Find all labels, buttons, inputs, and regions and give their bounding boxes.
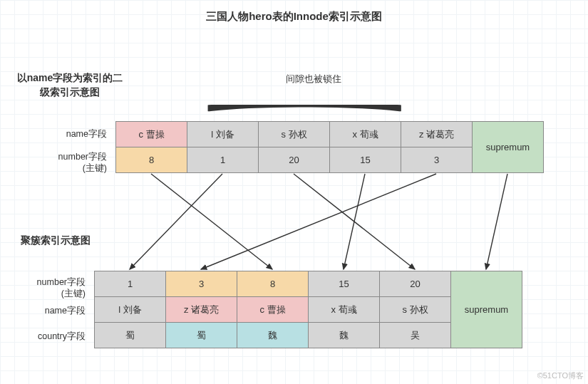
gap-lock-label: 间隙也被锁住 bbox=[214, 73, 413, 85]
brace-icon: ︻ bbox=[200, 90, 428, 118]
sec-row-label-number: number字段(主键) bbox=[21, 151, 107, 175]
svg-line-3 bbox=[344, 174, 365, 269]
clu-row-label-country: country字段 bbox=[0, 331, 86, 342]
clu-country-cell: 蜀 bbox=[166, 323, 237, 348]
sec-name-cell: l 刘备 bbox=[187, 122, 259, 147]
clu-row-label-number: number字段(主键) bbox=[0, 276, 86, 300]
sec-number-cell: 1 bbox=[187, 147, 259, 173]
clustered-index-table: 1381520supremuml 刘备z 诸葛亮c 曹操x 荀彧s 孙权蜀蜀魏魏… bbox=[94, 271, 522, 348]
sec-name-cell: c 曹操 bbox=[116, 122, 187, 147]
sec-number-cell: 15 bbox=[330, 147, 401, 173]
clu-number-cell: 1 bbox=[95, 271, 166, 297]
clu-number-cell: 15 bbox=[309, 271, 380, 297]
clu-name-cell: x 荀彧 bbox=[309, 297, 380, 323]
sec-name-cell: s 孙权 bbox=[259, 122, 330, 147]
secondary-index-heading: 以name字段为索引的二级索引示意图 bbox=[13, 71, 127, 99]
clu-number-cell: 3 bbox=[166, 271, 237, 297]
sec-number-cell: 8 bbox=[116, 147, 187, 173]
svg-line-5 bbox=[486, 174, 507, 269]
secondary-index-table: c 曹操l 刘备s 孙权x 荀彧z 诸葛亮supremum8120153 bbox=[115, 121, 544, 173]
svg-line-4 bbox=[201, 174, 436, 269]
clu-country-cell: 魏 bbox=[237, 323, 309, 348]
clu-number-cell: 8 bbox=[237, 271, 309, 297]
svg-line-2 bbox=[294, 174, 415, 269]
sec-number-cell: 3 bbox=[401, 147, 473, 173]
clustered-index-heading: 聚簇索引示意图 bbox=[6, 234, 105, 248]
clu-number-cell: 20 bbox=[380, 271, 451, 297]
clu-country-cell: 魏 bbox=[309, 323, 380, 348]
clu-name-cell: s 孙权 bbox=[380, 297, 451, 323]
clu-country-cell: 蜀 bbox=[95, 323, 166, 348]
svg-line-1 bbox=[130, 174, 222, 269]
svg-line-0 bbox=[151, 174, 272, 269]
clu-name-cell: c 曹操 bbox=[237, 297, 309, 323]
sec-row-label-name: name字段 bbox=[21, 128, 107, 140]
watermark: ©51CTO博客 bbox=[537, 370, 584, 381]
clu-row-label-name: name字段 bbox=[0, 305, 86, 316]
sec-supremum-cell: supremum bbox=[473, 122, 544, 173]
diagram-title: 三国人物hero表的Innode索引示意图 bbox=[0, 10, 588, 24]
clu-name-cell: z 诸葛亮 bbox=[166, 297, 237, 323]
clu-country-cell: 吴 bbox=[380, 323, 451, 348]
clu-name-cell: l 刘备 bbox=[95, 297, 166, 323]
sec-name-cell: z 诸葛亮 bbox=[401, 122, 473, 147]
clu-supremum-cell: supremum bbox=[451, 271, 522, 348]
sec-number-cell: 20 bbox=[259, 147, 330, 173]
sec-name-cell: x 荀彧 bbox=[330, 122, 401, 147]
